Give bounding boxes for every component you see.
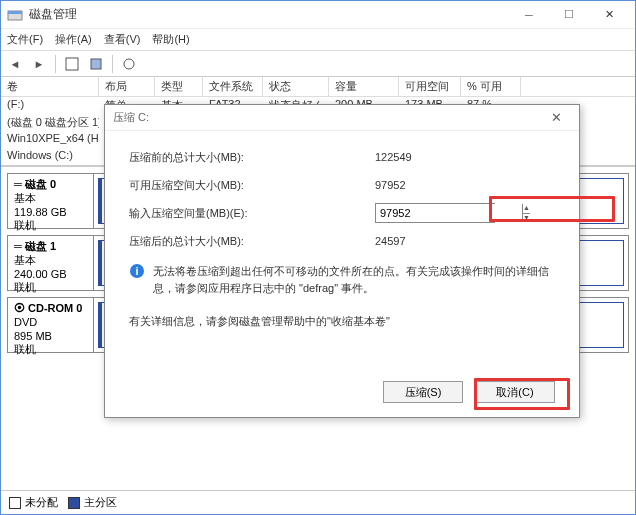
menu-view[interactable]: 查看(V) <box>104 32 141 47</box>
dialog-help-link: 有关详细信息，请参阅磁盘管理帮助中的"收缩基本卷" <box>129 314 555 329</box>
help-button[interactable] <box>119 54 139 74</box>
field-after-label: 压缩后的总计大小(MB): <box>129 234 375 249</box>
svg-text:i: i <box>135 265 138 277</box>
col-type[interactable]: 类型 <box>155 77 203 96</box>
dialog-info-text: 无法将卷压缩到超出任何不可移动的文件所在的点。有关完成该操作时间的详细信息，请参… <box>153 263 555 296</box>
col-free[interactable]: 可用空间 <box>399 77 461 96</box>
dialog-title: 压缩 C: <box>113 110 541 125</box>
spin-down-icon[interactable]: ▼ <box>523 214 530 223</box>
titlebar: 磁盘管理 ─ ☐ ✕ <box>1 1 635 29</box>
svg-point-4 <box>124 59 134 69</box>
menu-file[interactable]: 文件(F) <box>7 32 43 47</box>
col-fs[interactable]: 文件系统 <box>203 77 263 96</box>
window-title: 磁盘管理 <box>29 6 509 23</box>
refresh-button[interactable] <box>62 54 82 74</box>
shrink-button[interactable]: 压缩(S) <box>383 381 463 403</box>
col-capacity[interactable]: 容量 <box>329 77 399 96</box>
disk-label[interactable]: ═ 磁盘 0基本119.88 GB联机 <box>8 174 94 228</box>
field-input-label: 输入压缩空间量(MB)(E): <box>129 206 375 221</box>
dialog-close-button[interactable]: ✕ <box>541 110 571 125</box>
cancel-button[interactable]: 取消(C) <box>475 381 555 403</box>
menu-action[interactable]: 操作(A) <box>55 32 92 47</box>
legend: 未分配 主分区 <box>1 490 635 514</box>
close-button[interactable]: ✕ <box>589 3 629 27</box>
shrink-amount-input[interactable] <box>376 204 522 222</box>
legend-unallocated-swatch <box>9 497 21 509</box>
properties-button[interactable] <box>86 54 106 74</box>
field-before-label: 压缩前的总计大小(MB): <box>129 150 375 165</box>
cell: Win10XPE_x64 (H:) <box>1 131 99 148</box>
svg-rect-1 <box>8 11 22 14</box>
svg-rect-2 <box>66 58 78 70</box>
legend-unallocated: 未分配 <box>25 496 58 508</box>
cell: (F:) <box>1 97 99 114</box>
forward-button[interactable]: ► <box>29 54 49 74</box>
legend-primary-swatch <box>68 497 80 509</box>
col-layout[interactable]: 布局 <box>99 77 155 96</box>
legend-primary: 主分区 <box>84 496 117 508</box>
info-icon: i <box>129 263 145 279</box>
cell: Windows (C:) <box>1 148 99 165</box>
col-volume[interactable]: 卷 <box>1 77 99 96</box>
field-after-value: 24597 <box>375 235 495 247</box>
back-button[interactable]: ◄ <box>5 54 25 74</box>
shrink-amount-spinner[interactable]: ▲▼ <box>522 204 530 222</box>
menubar: 文件(F) 操作(A) 查看(V) 帮助(H) <box>1 29 635 51</box>
spin-up-icon[interactable]: ▲ <box>523 204 530 214</box>
app-icon <box>7 7 23 23</box>
disk-label[interactable]: ⦿ CD-ROM 0DVD895 MB联机 <box>8 298 94 352</box>
window-controls: ─ ☐ ✕ <box>509 3 629 27</box>
field-before-value: 122549 <box>375 151 495 163</box>
disk-label[interactable]: ═ 磁盘 1基本240.00 GB联机 <box>8 236 94 290</box>
field-avail-label: 可用压缩空间大小(MB): <box>129 178 375 193</box>
col-status[interactable]: 状态 <box>263 77 329 96</box>
field-avail-value: 97952 <box>375 179 495 191</box>
svg-rect-3 <box>91 59 101 69</box>
volume-list-header: 卷 布局 类型 文件系统 状态 容量 可用空间 % 可用 <box>1 77 635 97</box>
dialog-titlebar: 压缩 C: ✕ <box>105 105 579 131</box>
menu-help[interactable]: 帮助(H) <box>152 32 189 47</box>
cell: (磁盘 0 磁盘分区 1) <box>1 114 99 131</box>
shrink-amount-input-wrap: ▲▼ <box>375 203 495 223</box>
minimize-button[interactable]: ─ <box>509 3 549 27</box>
maximize-button[interactable]: ☐ <box>549 3 589 27</box>
toolbar: ◄ ► <box>1 51 635 77</box>
col-pct[interactable]: % 可用 <box>461 77 521 96</box>
shrink-volume-dialog: 压缩 C: ✕ 压缩前的总计大小(MB): 122549 可用压缩空间大小(MB… <box>104 104 580 418</box>
